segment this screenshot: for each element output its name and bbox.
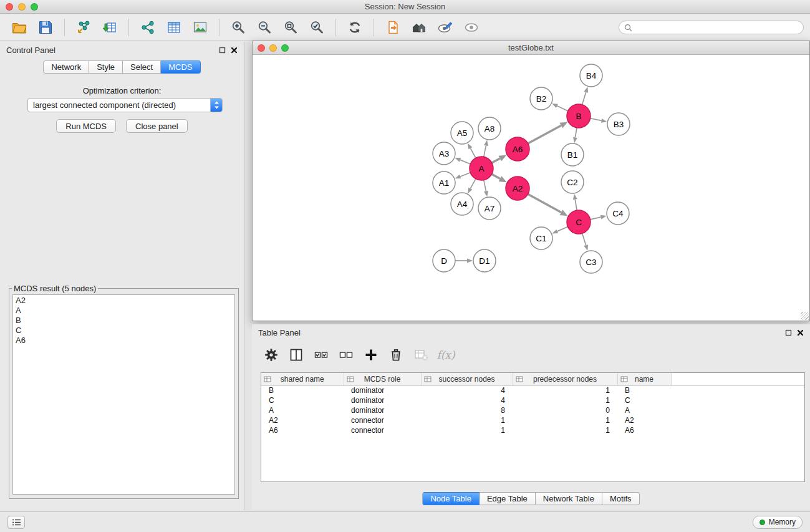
table-row[interactable]: A6connector11A6 [261, 425, 804, 435]
column-header-mcds-role[interactable]: MCDS role [344, 373, 421, 385]
network-minimize-button[interactable] [269, 44, 277, 52]
cell[interactable]: 4 [421, 385, 513, 395]
save-session-button[interactable] [34, 17, 57, 38]
cell[interactable]: 1 [421, 425, 513, 435]
result-item[interactable]: A6 [14, 336, 233, 346]
zoom-out-button[interactable] [253, 17, 276, 38]
run-mcds-button[interactable]: Run MCDS [56, 119, 116, 133]
tab-network-table[interactable]: Network Table [536, 492, 602, 505]
graph-edge-A-A6[interactable] [492, 155, 507, 163]
result-item[interactable]: C [14, 326, 233, 336]
graph-node-C[interactable]: C [567, 210, 591, 234]
table-row[interactable]: Bdominator41B [261, 385, 804, 395]
cell[interactable]: A [261, 405, 344, 415]
open-session-button[interactable] [8, 17, 31, 38]
graph-node-C4[interactable]: C4 [607, 202, 629, 225]
graph-node-D1[interactable]: D1 [473, 249, 496, 272]
delete-table-button[interactable] [410, 345, 432, 365]
graph-node-B1[interactable]: B1 [561, 143, 584, 166]
graph-edge-C-C1[interactable] [552, 227, 567, 234]
cell[interactable]: 8 [421, 405, 513, 415]
export-image-button[interactable] [189, 17, 211, 38]
result-item[interactable]: B [14, 316, 233, 326]
column-header-successor-nodes[interactable]: successor nodes [421, 373, 513, 385]
graph-node-A7[interactable]: A7 [478, 197, 501, 220]
graph-node-C2[interactable]: C2 [561, 171, 584, 193]
cell[interactable]: connector [344, 415, 421, 425]
graph-node-C3[interactable]: C3 [580, 251, 602, 273]
graph-edge-A-A2[interactable] [492, 174, 507, 182]
graph-edge-A-A3[interactable] [455, 158, 471, 164]
import-file-button[interactable] [382, 17, 404, 38]
cell[interactable]: A6 [617, 425, 671, 435]
network-close-button[interactable] [258, 44, 265, 52]
panel-selector-button[interactable] [7, 516, 25, 529]
graph-edge-A-A1[interactable] [455, 173, 471, 178]
result-item[interactable]: A [14, 306, 233, 316]
table-row[interactable]: A2connector11A2 [261, 415, 804, 425]
close-panel-icon[interactable] [231, 47, 238, 54]
minimize-window-button[interactable] [18, 3, 26, 11]
float-panel-icon[interactable] [219, 47, 226, 54]
cell[interactable]: C [261, 395, 344, 405]
import-network-button[interactable] [72, 17, 95, 38]
show-hide-columns-button[interactable] [286, 345, 307, 365]
cell[interactable]: A [617, 405, 671, 415]
zoom-fit-button[interactable] [279, 17, 302, 38]
column-header-predecessor-nodes[interactable]: predecessor nodes [513, 373, 617, 385]
tab-node-table[interactable]: Node Table [422, 492, 480, 505]
zoom-window-button[interactable] [31, 3, 38, 11]
graph-edge-A-A8[interactable] [484, 140, 488, 157]
table-panel-float-icon[interactable] [785, 329, 792, 336]
graph-node-A8[interactable]: A8 [478, 117, 501, 140]
graph-edge-D-D1[interactable] [455, 259, 473, 263]
graph-edge-B-B3[interactable] [591, 118, 607, 123]
cell[interactable]: dominator [344, 395, 421, 405]
apply-layout-button[interactable] [344, 17, 366, 38]
cell[interactable]: 1 [421, 415, 513, 425]
zoom-in-button[interactable] [227, 17, 249, 38]
new-table-button[interactable] [163, 17, 185, 38]
delete-column-button[interactable] [385, 345, 407, 365]
table-row[interactable]: Cdominator41C [261, 395, 804, 405]
column-header-name[interactable]: name [617, 373, 671, 385]
graph-edge-B-B1[interactable] [573, 128, 577, 143]
cell[interactable]: C [617, 395, 671, 405]
cell[interactable]: A2 [261, 415, 344, 425]
graph-node-A6[interactable]: A6 [506, 137, 529, 161]
import-table-button[interactable] [99, 17, 121, 38]
cell[interactable]: connector [344, 425, 421, 435]
cell[interactable]: A2 [617, 415, 671, 425]
graph-node-A5[interactable]: A5 [451, 122, 473, 144]
search-field[interactable] [619, 21, 804, 34]
graph-edge-A-A5[interactable] [468, 143, 476, 158]
cell[interactable]: 1 [513, 415, 617, 425]
search-input[interactable] [635, 23, 799, 32]
graph-node-C1[interactable]: C1 [530, 227, 552, 249]
graph-edge-A2-C[interactable] [528, 194, 568, 216]
resize-grip[interactable] [801, 312, 809, 320]
new-column-button[interactable] [360, 345, 382, 365]
cell[interactable]: B [261, 385, 344, 395]
graph-node-B3[interactable]: B3 [607, 113, 630, 135]
graph-node-B4[interactable]: B4 [580, 64, 602, 87]
graph-node-A3[interactable]: A3 [433, 142, 455, 165]
show-graphics-details-button[interactable] [434, 17, 456, 38]
cell[interactable]: A6 [261, 425, 344, 435]
cell[interactable]: 0 [513, 405, 617, 415]
memory-button[interactable]: Memory [753, 516, 803, 529]
select-all-button[interactable] [311, 345, 332, 365]
cell[interactable]: dominator [344, 385, 421, 395]
graph-node-B[interactable]: B [567, 104, 591, 128]
graph-node-A2[interactable]: A2 [506, 177, 529, 200]
column-settings-button[interactable] [261, 345, 282, 365]
cell[interactable]: B [617, 385, 671, 395]
table-panel-close-icon[interactable] [797, 329, 804, 336]
cell[interactable]: 1 [513, 425, 617, 435]
close-panel-button[interactable]: Close panel [126, 119, 188, 133]
cell[interactable]: dominator [344, 405, 421, 415]
new-network-button[interactable] [137, 17, 159, 38]
graph-node-B2[interactable]: B2 [530, 87, 552, 110]
graph-node-A[interactable]: A [470, 157, 493, 180]
tab-network[interactable]: Network [43, 60, 89, 74]
